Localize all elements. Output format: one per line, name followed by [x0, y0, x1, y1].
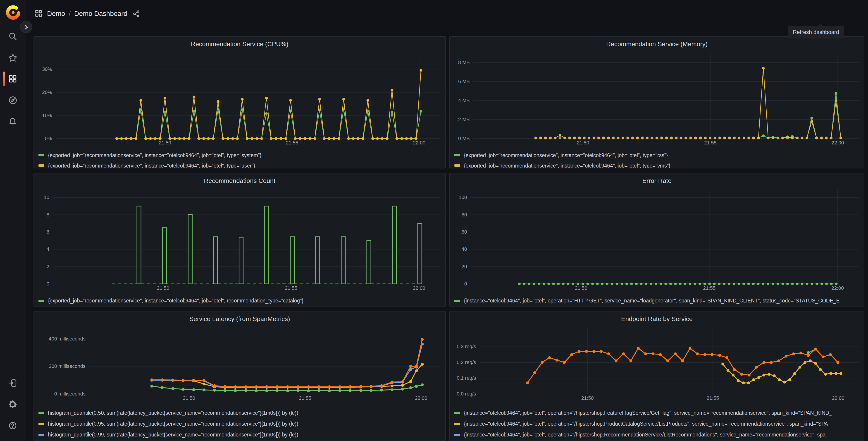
- breadcrumb-dashboard-name[interactable]: Demo Dashboard: [74, 9, 127, 17]
- svg-text:0.1 req/s: 0.1 req/s: [457, 375, 476, 381]
- panel-service-latency: Service Latency (from SpanMetrics) 21:50…: [33, 311, 446, 441]
- legend-item[interactable]: {exported_job="recommendationservice", i…: [454, 160, 860, 169]
- top-navigation: Demo / Demo Dashboard: [26, 0, 868, 28]
- sidebar-item-search[interactable]: [4, 27, 22, 45]
- search-icon: [8, 32, 17, 41]
- svg-text:21:50: 21:50: [577, 140, 589, 146]
- legend-item[interactable]: {instance="otelcol:9464", job="otel", op…: [454, 408, 860, 418]
- svg-text:100: 100: [459, 195, 467, 200]
- svg-text:22:00: 22:00: [415, 395, 427, 401]
- sidebar-item-alerting[interactable]: [4, 112, 22, 130]
- grafana-logo[interactable]: [5, 4, 21, 21]
- svg-text:0.3 req/s: 0.3 req/s: [457, 344, 476, 349]
- svg-text:22:00: 22:00: [831, 285, 844, 291]
- star-icon: [8, 53, 18, 62]
- legend-item[interactable]: histogram_quantile(0.99, sum(rate(latenc…: [38, 429, 442, 440]
- cpu-chart[interactable]: 21:5021:5522:000%10%20%30%: [34, 37, 446, 169]
- sidebar-item-dashboards[interactable]: [4, 70, 22, 88]
- legend: {exported_job="recommendationservice", i…: [38, 150, 442, 169]
- svg-text:0.0 req/s: 0.0 req/s: [457, 391, 476, 396]
- legend-item[interactable]: {exported_job="recommendationservice", i…: [38, 296, 442, 305]
- legend-swatch: [38, 154, 44, 156]
- svg-text:200 milliseconds: 200 milliseconds: [49, 363, 86, 369]
- sidebar-item-starred[interactable]: [4, 49, 22, 66]
- apps-grid-icon: [35, 9, 42, 17]
- legend-swatch: [454, 434, 460, 436]
- svg-text:22:00: 22:00: [413, 140, 425, 146]
- compass-icon: [8, 95, 18, 105]
- sidebar-item-server-admin[interactable]: [4, 395, 22, 413]
- legend-item[interactable]: {exported_job="recommendationservice", i…: [38, 150, 442, 160]
- svg-text:21:55: 21:55: [707, 395, 719, 401]
- svg-text:21:50: 21:50: [183, 395, 195, 401]
- legend-item[interactable]: histogram_quantile(0.95, sum(rate(latenc…: [38, 418, 442, 429]
- sidebar-expand-button[interactable]: [20, 21, 32, 33]
- legend-item[interactable]: {exported_job="recommendationservice", i…: [454, 150, 860, 160]
- grafana-app: Demo / Demo Dashboard: [0, 0, 868, 441]
- sidebar-item-explore[interactable]: [4, 91, 22, 109]
- legend-label: {instance="otelcol:9464", job="otel", op…: [464, 421, 828, 427]
- legend-swatch: [454, 423, 460, 425]
- svg-text:21:55: 21:55: [704, 140, 717, 146]
- legend-label: {exported_job="recommendationservice", i…: [48, 163, 255, 168]
- memory-chart[interactable]: 21:5021:5522:000 MB2 MB4 MB6 MB8 MB: [450, 37, 864, 169]
- panel-error-rate: Error Rate 21:5021:5522:00020406080100 {…: [450, 173, 864, 306]
- legend: {exported_job="recommendationservice", i…: [38, 296, 442, 305]
- breadcrumb: Demo / Demo Dashboard: [35, 9, 140, 17]
- sidebar-item-help[interactable]: [4, 416, 22, 435]
- panel-endpoint-rate: Endpoint Rate by Service 21:5021:5522:00…: [450, 311, 864, 441]
- legend-swatch: [38, 412, 44, 414]
- svg-text:21:55: 21:55: [299, 395, 311, 401]
- legend-swatch: [454, 412, 460, 414]
- svg-text:2 MB: 2 MB: [458, 117, 470, 122]
- breadcrumb-separator: /: [69, 10, 71, 17]
- refresh-tooltip-text: Refresh dashboard: [793, 29, 839, 35]
- legend-item[interactable]: {instance="otelcol:9464", job="otel", op…: [454, 440, 860, 441]
- legend-label: {exported_job="recommendationservice", i…: [48, 152, 261, 158]
- gear-icon: [8, 400, 17, 409]
- breadcrumb-folder[interactable]: Demo: [47, 9, 65, 17]
- legend-item[interactable]: {exported_job="recommendationservice", i…: [38, 160, 442, 169]
- sign-in-icon: [8, 379, 17, 388]
- legend-item[interactable]: histogram_quantile(0.999, sum(rate(laten…: [38, 440, 442, 441]
- svg-text:22:00: 22:00: [832, 395, 844, 401]
- svg-text:0%: 0%: [45, 136, 52, 141]
- legend-swatch: [38, 299, 44, 302]
- svg-text:21:50: 21:50: [157, 285, 169, 291]
- refresh-tooltip: Refresh dashboard: [788, 26, 844, 38]
- share-dashboard-button[interactable]: [133, 10, 140, 17]
- panel-recommendation-memory: Recommendation Service (Memory) 21:5021:…: [450, 36, 864, 169]
- legend-swatch: [38, 164, 44, 167]
- svg-text:80: 80: [462, 212, 467, 217]
- svg-text:6: 6: [46, 229, 49, 235]
- help-icon: [8, 421, 17, 430]
- legend-item[interactable]: {instance="otelcol:9464", job="otel", op…: [454, 418, 860, 429]
- legend-swatch: [454, 154, 460, 156]
- legend-swatch: [454, 299, 460, 302]
- legend-label: {instance="otelcol:9464", job="otel", op…: [464, 410, 832, 416]
- legend-item[interactable]: {instance="otelcol:9464", job="otel", op…: [454, 296, 860, 305]
- legend-label: {exported_job="recommendationservice", i…: [48, 298, 304, 303]
- svg-text:6 MB: 6 MB: [458, 79, 470, 84]
- sidebar-item-sign-in[interactable]: [4, 374, 22, 392]
- legend-item[interactable]: histogram_quantile(0.50, sum(rate(latenc…: [38, 408, 442, 418]
- grafana-logo-icon: [5, 4, 21, 21]
- legend: {instance="otelcol:9464", job="otel", op…: [454, 296, 860, 305]
- legend-item[interactable]: {instance="otelcol:9464", job="otel", op…: [454, 429, 860, 440]
- recommendations-count-chart[interactable]: 21:5021:5522:000246810: [34, 173, 446, 306]
- svg-text:2: 2: [46, 264, 49, 269]
- legend: {exported_job="recommendationservice", i…: [454, 150, 860, 169]
- svg-text:0 milliseconds: 0 milliseconds: [54, 391, 86, 396]
- svg-text:21:50: 21:50: [159, 140, 171, 146]
- svg-text:21:55: 21:55: [285, 285, 297, 291]
- error-rate-chart[interactable]: 21:5021:5522:00020406080100: [450, 173, 864, 306]
- legend-label: {instance="otelcol:9464", job="otel", op…: [464, 432, 826, 437]
- panel-recommendations-count: Recommendations Count 21:5021:5522:00024…: [33, 173, 446, 306]
- legend-label: histogram_quantile(0.50, sum(rate(latenc…: [48, 410, 298, 416]
- svg-text:40: 40: [462, 246, 467, 252]
- legend-label: {exported_job="recommendationservice", i…: [464, 152, 668, 158]
- bell-icon: [8, 117, 17, 126]
- svg-text:30%: 30%: [42, 66, 52, 72]
- svg-text:8 MB: 8 MB: [458, 60, 470, 65]
- svg-text:4: 4: [46, 246, 49, 252]
